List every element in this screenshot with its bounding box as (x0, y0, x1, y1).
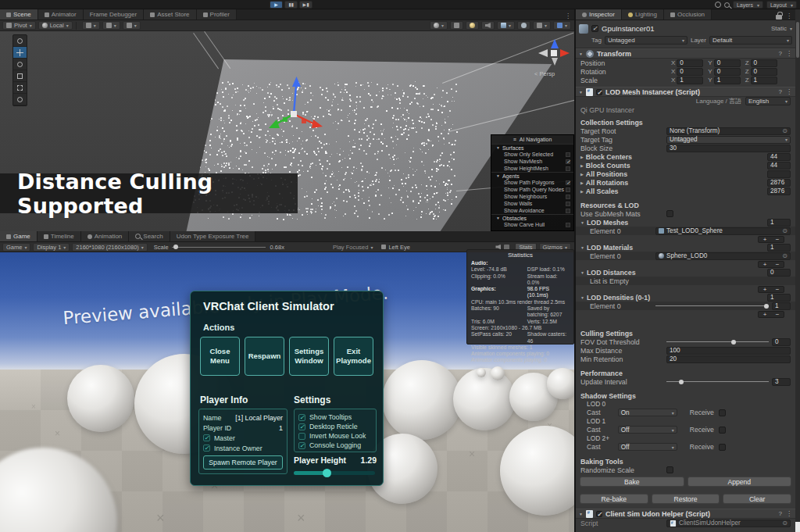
remove-element-button[interactable]: − (776, 287, 780, 292)
foldout-icon[interactable]: ▼ (579, 52, 583, 56)
array-size-field[interactable]: 2876 (767, 187, 791, 195)
tab-scene[interactable]: Scene (0, 9, 38, 20)
max-distance-field[interactable]: 100 (666, 347, 791, 355)
checkbox[interactable] (566, 209, 570, 213)
foldout-icon[interactable]: ▼ (579, 512, 583, 516)
play-focused-dropdown[interactable]: Play Focused▾ (330, 243, 376, 252)
foldout-icon[interactable]: ▶ (580, 180, 584, 185)
grid-visibility-button[interactable]: ▾ (82, 21, 100, 30)
array-size-field[interactable]: 1 (767, 219, 791, 227)
pane-menu-icon[interactable]: ⋮ (786, 12, 792, 20)
all-positions-row[interactable]: ▶All Positions (576, 170, 795, 178)
array-size-field[interactable]: 44 (767, 153, 791, 161)
tab-animation[interactable]: Animation (81, 231, 130, 241)
hidden-objects-button[interactable] (517, 21, 530, 30)
checkbox[interactable] (566, 166, 570, 171)
remove-element-button[interactable]: − (776, 312, 780, 317)
foldout-icon[interactable]: ▶ (580, 163, 584, 168)
display-dropdown[interactable]: Display 1▾ (33, 243, 70, 252)
density-value-field[interactable]: 1 (772, 302, 791, 310)
nav-item[interactable]: Show Path Polygons✓ (491, 179, 573, 186)
add-element-button[interactable]: + (763, 237, 767, 242)
close-menu-button[interactable]: CloseMenu (200, 337, 240, 376)
checkbox[interactable]: ✓ (566, 180, 570, 185)
object-picker-icon[interactable]: ⊙ (782, 127, 788, 134)
slider-thumb[interactable] (323, 469, 331, 477)
help-icon[interactable]: ? (779, 88, 782, 95)
all-rotations-row[interactable]: ▶All Rotations2876 (576, 178, 795, 187)
xr-eye-dropdown[interactable]: Left Eye (378, 243, 413, 252)
script-object-field[interactable]: ClientSimUdonHelper⊙ (666, 520, 791, 527)
scale-tool[interactable] (13, 70, 27, 82)
active-checkbox[interactable]: ✓ (591, 25, 598, 32)
settings-window-button[interactable]: SettingsWindow (289, 337, 329, 376)
add-element-button[interactable]: + (763, 262, 767, 267)
console-logging-row[interactable]: ✓Console Logging (298, 441, 372, 450)
help-icon[interactable]: ? (779, 510, 782, 517)
tab-inspector[interactable]: Inspector (576, 9, 622, 20)
snap-increment-button[interactable]: ▾ (123, 21, 141, 30)
enabled-checkbox[interactable]: ✓ (596, 89, 602, 95)
resolution-dropdown[interactable]: 2160*1080 (2160x1080)▾ (72, 243, 148, 252)
nav-item[interactable]: Show NavMesh✓ (491, 158, 573, 165)
block-centers-row[interactable]: ▶Block Centers44 (576, 152, 795, 161)
menu-icon[interactable]: ⋮ (786, 88, 792, 95)
nav-item[interactable]: Show HeightMesh (491, 165, 573, 172)
tag-dropdown[interactable]: Untagged▾ (605, 36, 688, 45)
rebake-button[interactable]: Re-bake (580, 494, 648, 504)
block-counts-row[interactable]: ▶Block Counts44 (576, 161, 795, 170)
game-mode-dropdown[interactable]: Game▾ (2, 243, 30, 252)
array-size-field[interactable]: 0 (767, 269, 791, 277)
scale-x-field[interactable]: 1 (677, 77, 703, 84)
array-size-field[interactable]: 1 (767, 244, 791, 252)
master-checkbox-row[interactable]: ✓Master (203, 433, 283, 443)
foldout-icon[interactable]: ▼ (580, 245, 584, 250)
rotation-x-field[interactable]: 0 (677, 68, 703, 76)
inspector-scrollbar[interactable] (795, 9, 800, 532)
scale-slider[interactable] (172, 243, 266, 251)
lod1-cast-dropdown[interactable]: Off▾ (618, 426, 677, 434)
layer-dropdown[interactable]: Default▾ (709, 36, 792, 45)
position-z-field[interactable]: 0 (751, 59, 777, 67)
axis-cone[interactable] (538, 49, 548, 57)
slider-thumb[interactable] (764, 304, 769, 309)
append-button[interactable]: Append (688, 477, 792, 487)
projection-label[interactable]: < Persp (534, 70, 555, 77)
add-element-button[interactable]: + (763, 312, 767, 317)
tab-asset-store[interactable]: Asset Store (144, 9, 196, 20)
desktop-reticle-row[interactable]: ✓Desktop Reticle (298, 422, 372, 431)
tab-search[interactable]: Search (129, 231, 170, 241)
target-tag-dropdown[interactable]: Untagged▾ (666, 136, 791, 144)
lod2-cast-dropdown[interactable]: Off▾ (618, 443, 677, 451)
object-picker-icon[interactable]: ⊙ (782, 252, 788, 259)
checkbox[interactable] (566, 195, 570, 199)
nav-item[interactable]: Show Only Selected (491, 151, 573, 158)
array-size-field[interactable]: 2876 (767, 179, 791, 187)
scene-visibility-button[interactable]: ▾ (533, 21, 551, 30)
foldout-icon[interactable]: ▶ (580, 172, 584, 177)
slider-thumb[interactable] (731, 340, 736, 345)
x-axis-cone[interactable] (560, 49, 570, 57)
y-axis-cone[interactable] (551, 39, 559, 48)
block-size-field[interactable]: 30 (666, 145, 791, 152)
bake-button[interactable]: Bake (580, 477, 684, 487)
spawn-remote-player-button[interactable]: Spawn Remote Player (203, 455, 283, 470)
receive-checkbox[interactable] (719, 444, 726, 451)
foldout-icon[interactable]: ▶ (580, 155, 584, 159)
tab-frame-debugger[interactable]: Frame Debugger (84, 9, 144, 20)
scrollbar-thumb[interactable] (796, 22, 799, 58)
menu-icon[interactable]: ⋮ (786, 510, 792, 517)
min-retention-field[interactable]: 20 (666, 355, 791, 363)
receive-checkbox[interactable] (719, 409, 726, 416)
receive-checkbox[interactable] (719, 427, 726, 434)
scene-view[interactable]: < Persp ≡AI Navigation ▼Surfaces Show On… (0, 31, 574, 231)
step-button[interactable]: ▶▮ (299, 1, 312, 9)
tab-udon-type-exposure-tree[interactable]: Udon Type Exposure Tree (170, 231, 256, 241)
lod0-cast-dropdown[interactable]: On▾ (618, 409, 677, 416)
checkbox[interactable] (566, 187, 570, 192)
array-size-field[interactable] (767, 170, 791, 178)
nav-item[interactable]: Show Path Query Nodes (491, 186, 573, 193)
move-tool[interactable] (13, 47, 27, 59)
lod-mesh-instancer-header[interactable]: ▼ ✓ LOD Mesh Instancer (Script) ?⋮ (576, 87, 795, 97)
lod-densities-row[interactable]: ▼LOD Densities (0-1)1 (576, 293, 795, 302)
